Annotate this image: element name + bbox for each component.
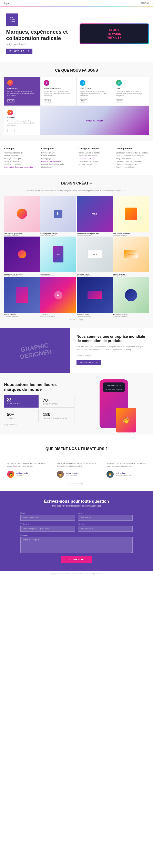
- testimonial-2: Sample text. Click to select the text bo…: [54, 459, 99, 481]
- stat-box-applications: 23 APPLICATIONS: [4, 395, 38, 408]
- list-item[interactable]: Développement WordPress: [116, 163, 149, 165]
- design-item-9[interactable]: Cartes affiches Conception graphique: [4, 277, 40, 317]
- name-field[interactable]: [78, 515, 132, 521]
- list-item[interactable]: Intégrations tierces: [116, 158, 149, 160]
- author-role-3: Directeur commercial: [116, 474, 131, 476]
- submit-button[interactable]: SOUMETTRE: [61, 556, 92, 563]
- global-title: Nous sommes une entreprise mondiale de c…: [76, 335, 147, 343]
- global-section: GRAPHICDESIGNER Nous sommes une entrepri…: [0, 329, 153, 373]
- design-item-11[interactable]: Cartes de visite Conception graphique: [77, 277, 113, 317]
- stats-grid: 23 APPLICATIONS 70+ SITES INTERNET 50+ É…: [4, 395, 74, 422]
- col-developpement-title: Développement: [116, 147, 149, 150]
- list-item[interactable]: Ateliers interactifs: [4, 155, 37, 157]
- list-item[interactable]: Identité visuelle et identité: [79, 152, 112, 154]
- col-conception-list: Direction créative Guides de marque Prot…: [41, 152, 75, 168]
- service-col-conception: Conception Direction créative Guides de …: [41, 147, 75, 169]
- list-item[interactable]: Création d'éléments visuels: [41, 163, 75, 165]
- list-item[interactable]: Identité sonore: [79, 158, 112, 160]
- conception-icon: ✦: [7, 80, 13, 86]
- list-item[interactable]: Prototypage: [41, 158, 75, 160]
- conception-plus[interactable]: PLUS: [7, 99, 14, 102]
- logo: logo: [4, 2, 9, 4]
- hero-cta-button[interactable]: EN SAVOIR PLUS: [6, 49, 32, 54]
- hero-laptop-inner: READY TO WORK WITH US?: [80, 24, 148, 43]
- testimonials-grid: Sample text. Click to select the text bo…: [4, 459, 149, 481]
- list-item[interactable]: Développement de la pile complète: [116, 155, 149, 157]
- list-item[interactable]: Optimisation du taux de conversion: [4, 166, 37, 168]
- list-item[interactable]: Films de marque: [79, 163, 112, 165]
- stat-label-applications: APPLICATIONS: [6, 403, 36, 405]
- global-img-label: Image de Freepik: [76, 354, 147, 357]
- form-group-phone: Téléphone: [21, 523, 75, 532]
- design-item-4[interactable]: Des caisses lumineux Conception graphiqu…: [113, 196, 149, 236]
- phone-label: Téléphone: [21, 523, 75, 525]
- design-label-3: Site Web de conception Web: [77, 232, 113, 235]
- design-item-12[interactable]: ♪ Modèle de musique Conception graphique: [113, 277, 149, 317]
- design-item-5[interactable]: Conception de prototype Conception graph…: [4, 237, 40, 277]
- commercialisation-text: Duis aute irure dolor in reprehenderit i…: [44, 90, 73, 97]
- design-label-9: Cartes affiches: [4, 314, 40, 316]
- design-item-10[interactable]: ▶ Animation Conception numérique: [40, 277, 76, 317]
- design-item-7[interactable]: CARTE Cartes de visite Conception graphi…: [77, 237, 113, 277]
- prix-plus[interactable]: PLUS: [116, 99, 123, 102]
- list-item[interactable]: Campagnes de marque: [79, 160, 112, 162]
- address-field[interactable]: [78, 526, 132, 532]
- services-row-section: Stratégie Analytique et recherche Atelie…: [0, 141, 153, 175]
- message-field[interactable]: [21, 537, 132, 553]
- hero-title: Marques, expériences et collaboration ra…: [6, 29, 75, 41]
- services-title: CE QUE NOUS FAISONS: [0, 62, 153, 77]
- contact-section: Écrivez-nous pour toute question Duis au…: [0, 491, 153, 571]
- services-section: CE QUE NOUS FAISONS ✦ CONCEPTION Duis au…: [0, 62, 153, 141]
- prix-icon: ★: [116, 80, 122, 86]
- list-item[interactable]: Direction créative: [41, 152, 75, 154]
- studio-link[interactable]: STUDIO: [140, 2, 149, 4]
- list-item[interactable]: Conception de l'architecture du système: [116, 152, 149, 154]
- list-item[interactable]: Stratégie de marque: [4, 158, 37, 160]
- design-item-2[interactable]: b Campagne de marque Conception numériqu…: [40, 196, 76, 236]
- design-item-6[interactable]: APP Applications Conception numérique: [40, 237, 76, 277]
- list-item[interactable]: Guides de marque: [41, 155, 75, 157]
- soutien-plus[interactable]: PLUS: [7, 129, 14, 132]
- contact-title: Écrivez-nous pour toute question: [4, 499, 149, 504]
- design-label-2: Campagne de marque: [40, 232, 76, 235]
- author-info-1: Célia Almeda secrétaire: [16, 472, 28, 476]
- hero-subtitle: Judge deem Freepik: [6, 43, 75, 45]
- email-field[interactable]: [21, 515, 75, 521]
- phone-field[interactable]: [21, 526, 75, 532]
- services-cards-row2: ♦ SOUTIEN Duis aute irure dolor in repre…: [4, 106, 149, 135]
- list-item[interactable]: Identité de mouvement: [79, 155, 112, 157]
- name-label: Nom: [78, 512, 132, 514]
- list-item[interactable]: Motion Design: [41, 166, 75, 168]
- design-item-8[interactable]: CARTE Cartes de visite Conception graphi…: [113, 237, 149, 277]
- stats-inner: Nous aidons les meilleures marques du mo…: [4, 379, 149, 428]
- list-item[interactable]: Développement Shopify: [116, 166, 149, 168]
- global-cta-button[interactable]: EN SAVOIR PLUS: [76, 360, 101, 365]
- testimonial-author-1: 👩 Célia Almeda secrétaire: [7, 471, 47, 478]
- hero-right: READY TO WORK WITH US?: [80, 24, 149, 44]
- stats-title: Nous aidons les meilleures marques du mo…: [4, 382, 74, 392]
- list-item[interactable]: Optimisation des performances: [116, 160, 149, 162]
- design-sublabel-6: Conception numérique: [40, 275, 76, 277]
- stats-img-label: Image de Freepik: [4, 424, 74, 426]
- design-item-1[interactable]: Une identité graphique Conception graphi…: [4, 196, 40, 236]
- services-image-label: Image de Freepik: [86, 120, 103, 122]
- service-card-conception: ✦ CONCEPTION Duis aute irure dolor in re…: [4, 77, 40, 106]
- design-sublabel-2: Conception numérique: [40, 235, 76, 236]
- testimonial-author-3: 👨‍💼 Bob Robert Directeur commercial: [106, 471, 146, 478]
- competence-plus[interactable]: PLUS: [80, 99, 87, 102]
- list-item[interactable]: Stratégie numérique: [4, 163, 37, 165]
- list-item[interactable]: Analytique et recherche: [4, 152, 37, 154]
- design-label-11: Cartes de visite: [77, 314, 113, 316]
- hero-left: ART &DESIGNSTUDIO Marques, expériences e…: [6, 13, 75, 54]
- global-desc: Duis aute irure dolor in reprehenderit i…: [76, 345, 147, 351]
- author-role-1: secrétaire: [16, 474, 28, 476]
- contact-subtitle: Duis aute irure dolor in reprehenderit i…: [4, 505, 149, 507]
- design-section: DESIGN CRÉATIF Lorem ipsum dolor sit ame…: [0, 175, 153, 329]
- design-item-3[interactable]: WEB Site Web de conception Web Conceptio…: [77, 196, 113, 236]
- stat-num-sites: 70+: [43, 398, 72, 403]
- list-item[interactable]: UX/UI et conception Web: [41, 160, 75, 162]
- list-item[interactable]: Stratégie de contenu: [4, 160, 37, 162]
- service-card-prix: ★ PRIX Duis aute irure dolor in reprehen…: [113, 77, 149, 106]
- service-card-competence: ⬡ COMPÉTENCE Duis aute irure dolor in re…: [76, 77, 113, 106]
- commercialisation-plus[interactable]: PLUS: [44, 99, 51, 102]
